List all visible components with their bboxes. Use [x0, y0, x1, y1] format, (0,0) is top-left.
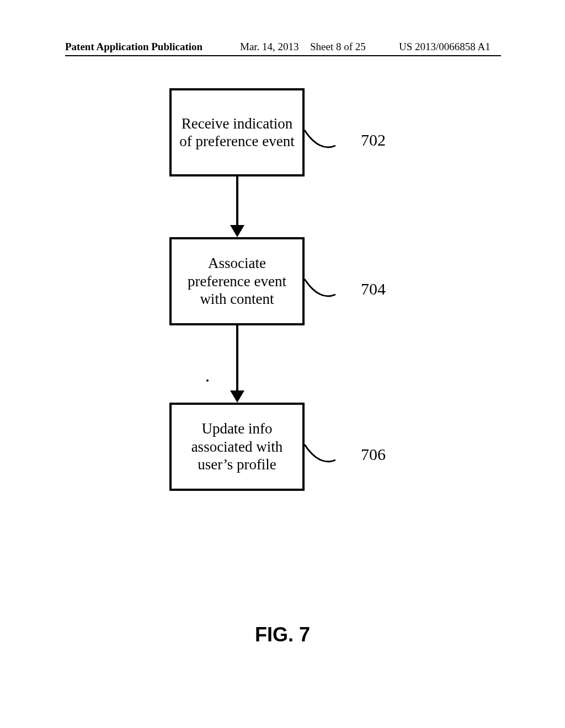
flow-step-receive: Receive indication of preference event: [169, 88, 305, 176]
arrow-head-icon: [230, 390, 244, 403]
flow-arrow: [236, 325, 238, 392]
reference-leader: [303, 443, 337, 469]
reference-number: 706: [361, 445, 386, 464]
figure-label: FIG. 7: [0, 623, 565, 646]
flow-step-associate: Associate preference event with content: [169, 237, 305, 325]
flow-arrow: [236, 176, 238, 226]
header-date: Mar. 14, 2013: [240, 41, 299, 53]
reference-number: 704: [361, 280, 386, 298]
reference-number: 702: [361, 131, 386, 149]
stray-dot: [206, 379, 209, 382]
header-sheet: Sheet 8 of 25: [310, 41, 366, 53]
arrow-head-icon: [230, 225, 244, 237]
reference-leader: [303, 278, 337, 303]
header-id: US 2013/0066858 A1: [399, 41, 491, 53]
flow-step-text: Associate preference event with content: [176, 254, 298, 308]
reference-leader: [303, 129, 337, 154]
header-publication: Patent Application Publication: [65, 41, 202, 53]
flow-step-text: Receive indication of preference event: [176, 115, 298, 151]
flow-step-update: Update info associated with user’s profi…: [169, 403, 305, 491]
page: Patent Application Publication Mar. 14, …: [0, 0, 565, 728]
flow-step-text: Update info associated with user’s profi…: [176, 420, 298, 473]
header-rule: [65, 55, 501, 56]
